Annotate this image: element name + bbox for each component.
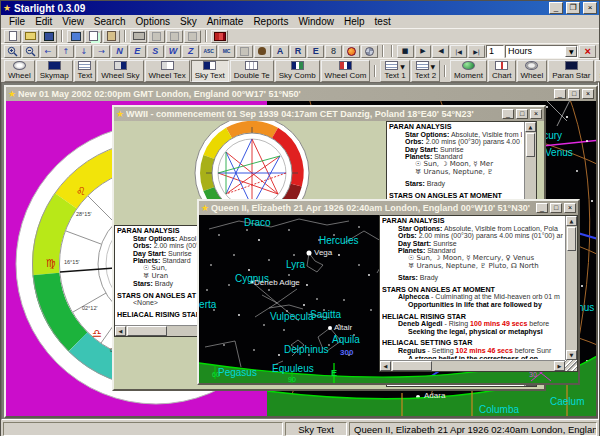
- vertical-scrollbar[interactable]: ▲ ▼: [565, 216, 577, 360]
- redo-button[interactable]: [166, 30, 183, 43]
- minimize-button[interactable]: _: [536, 203, 548, 213]
- paste-button[interactable]: [103, 30, 120, 43]
- mc-button[interactable]: MC: [218, 45, 235, 58]
- scrollbar-thumb[interactable]: [567, 227, 576, 251]
- scroll-left-icon[interactable]: ◀: [115, 326, 126, 336]
- scrollbar-thumb[interactable]: [127, 326, 167, 336]
- rise-r-button[interactable]: R: [290, 45, 307, 58]
- angles-a-button[interactable]: A: [272, 45, 289, 58]
- horizontal-scrollbar[interactable]: ◀: [115, 325, 207, 336]
- menu-sky[interactable]: Sky: [175, 16, 202, 27]
- view-wheel-text-button[interactable]: Wheel Tex: [145, 60, 190, 82]
- pan-down-button[interactable]: ↓: [75, 45, 92, 58]
- scroll-up-icon[interactable]: ▲: [525, 122, 536, 132]
- window-wwii-titlebar[interactable]: ★ WWII - commencement 01 Sep 1939 04:17a…: [114, 107, 544, 121]
- view-sky-combo-button[interactable]: Sky Comb: [275, 60, 320, 82]
- print-button[interactable]: [130, 30, 147, 43]
- view-text2-button[interactable]: ▼Text 2: [411, 60, 440, 82]
- anim-step-back-button[interactable]: ◀: [432, 45, 449, 58]
- undo-button[interactable]: [148, 30, 165, 43]
- scrollbar-thumb[interactable]: [392, 361, 432, 371]
- resize-grip[interactable]: [565, 360, 577, 371]
- menu-options[interactable]: Options: [131, 16, 175, 27]
- minimize-button[interactable]: _: [502, 109, 514, 119]
- anim-interval-input[interactable]: [486, 45, 504, 58]
- zoom-out-button[interactable]: [22, 45, 39, 58]
- anim-play-button[interactable]: ▶: [415, 45, 432, 58]
- animal-button[interactable]: [254, 45, 271, 58]
- face-east-button[interactable]: E: [129, 45, 146, 58]
- new-button[interactable]: [4, 30, 21, 43]
- view-wheel-button[interactable]: Wheel: [4, 60, 35, 82]
- close-button[interactable]: ×: [583, 2, 597, 14]
- menu-search[interactable]: Search: [89, 16, 131, 27]
- view-wheel-sky-button[interactable]: Wheel Sky: [97, 60, 143, 82]
- view-double-text-button[interactable]: Double Te: [230, 60, 274, 82]
- menu-reports[interactable]: Reports: [248, 16, 293, 27]
- window-queen[interactable]: ★ Queen II, Elizabeth 21 Apr 1926 02:40a…: [197, 199, 580, 385]
- moment-button[interactable]: Moment: [450, 60, 487, 82]
- scroll-left-icon[interactable]: ◀: [380, 361, 391, 371]
- minimize-button[interactable]: _: [554, 89, 566, 99]
- settings-gear-button[interactable]: [361, 45, 378, 58]
- anim-close-button[interactable]: ×: [579, 45, 596, 58]
- face-south-button[interactable]: S: [147, 45, 164, 58]
- view-sky-text-button[interactable]: Sky Text: [191, 60, 229, 82]
- restore-button[interactable]: ❐: [566, 2, 580, 14]
- chart-button[interactable]: Chart: [488, 60, 516, 82]
- sun-button[interactable]: [343, 45, 360, 58]
- view-wheel-combo-button[interactable]: Wheel Com: [321, 60, 371, 82]
- window-queen-titlebar[interactable]: ★ Queen II, Elizabeth 21 Apr 1926 02:40a…: [199, 201, 578, 215]
- close-button[interactable]: ×: [582, 89, 594, 99]
- anim-skip-start-button[interactable]: |◀: [450, 45, 467, 58]
- hourglass-button[interactable]: 8: [325, 45, 342, 58]
- chevron-down-icon[interactable]: ▼: [565, 46, 577, 57]
- zenith-button[interactable]: Z: [182, 45, 199, 58]
- menu-help[interactable]: Help: [339, 16, 370, 27]
- copy-button[interactable]: [85, 30, 102, 43]
- pan-up-button[interactable]: ↑: [58, 45, 75, 58]
- close-button[interactable]: ×: [530, 109, 542, 119]
- scroll-right-icon[interactable]: ▶: [554, 361, 565, 371]
- scrollbar-thumb[interactable]: [526, 133, 535, 157]
- menu-window[interactable]: Window: [293, 16, 339, 27]
- asc-button[interactable]: ASC: [200, 45, 217, 58]
- preview-button[interactable]: [236, 45, 253, 58]
- menu-animate[interactable]: Animate: [202, 16, 249, 27]
- pan-left-button[interactable]: ←: [40, 45, 57, 58]
- menu-view[interactable]: View: [57, 16, 89, 27]
- maximize-button[interactable]: □: [516, 109, 528, 119]
- window-new-titlebar[interactable]: ★ New 01 May 2002 02:00pm GMT London, En…: [6, 87, 596, 101]
- anim-stop-button[interactable]: ■: [397, 45, 414, 58]
- ecliptic-e-button[interactable]: E: [307, 45, 324, 58]
- scroll-down-icon[interactable]: ▼: [566, 350, 577, 360]
- view-skymap-button[interactable]: Skymap: [36, 60, 73, 82]
- maximize-button[interactable]: □: [550, 203, 562, 213]
- horizontal-scrollbar[interactable]: ◀ ▶: [380, 360, 565, 371]
- menu-file[interactable]: File: [4, 16, 30, 27]
- open-button[interactable]: [22, 30, 39, 43]
- paran-star-button[interactable]: Paran Star: [548, 60, 594, 82]
- app-titlebar[interactable]: ★ Starlight 0.3.09 _ ❐ ×: [1, 1, 599, 15]
- help-books-button[interactable]: [211, 30, 228, 43]
- view-text1-button[interactable]: ▼Text 1: [380, 60, 409, 82]
- maximize-button[interactable]: □: [568, 89, 580, 99]
- menu-test[interactable]: test: [370, 16, 396, 27]
- menu-edit[interactable]: Edit: [30, 16, 57, 27]
- face-west-button[interactable]: W: [165, 45, 182, 58]
- save-button[interactable]: [40, 30, 57, 43]
- anim-skip-end-button[interactable]: ▶|: [468, 45, 485, 58]
- zoom-in-button[interactable]: [4, 45, 21, 58]
- double-text-icon: [245, 61, 258, 70]
- pan-right-button[interactable]: →: [93, 45, 110, 58]
- minimize-button[interactable]: _: [549, 2, 563, 14]
- anim-unit-dropdown[interactable]: Hours ▼: [505, 45, 578, 58]
- properties-button[interactable]: [184, 30, 201, 43]
- scroll-up-icon[interactable]: ▲: [566, 216, 577, 226]
- chart-file-button[interactable]: [67, 30, 84, 43]
- view-text-button[interactable]: Text: [74, 60, 97, 82]
- close-button[interactable]: ×: [564, 203, 576, 213]
- wheel2-button[interactable]: Wheel: [517, 60, 548, 82]
- sky-map-button[interactable]: Sky Map: [595, 60, 600, 82]
- face-north-button[interactable]: N: [111, 45, 128, 58]
